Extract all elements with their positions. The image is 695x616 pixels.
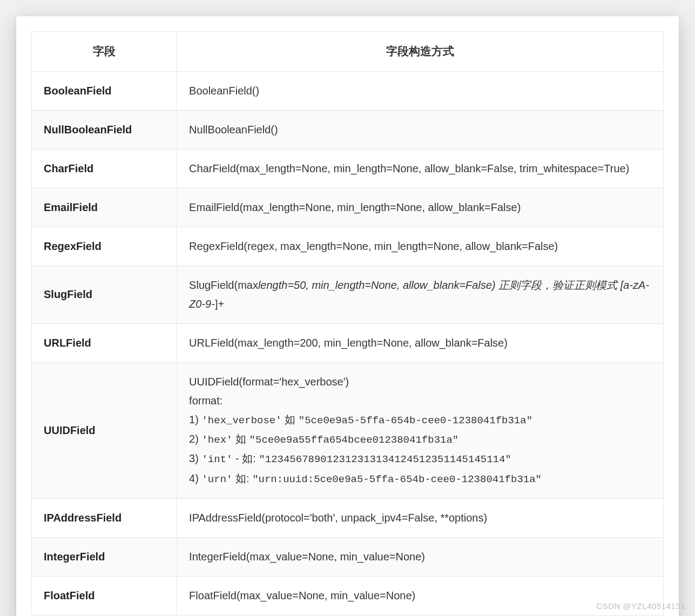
watermark-text: CSDN @YZL40514131	[596, 601, 685, 611]
field-name: NullBooleanField	[32, 110, 177, 149]
uuid-line2: format:	[189, 391, 651, 410]
header-field: 字段	[32, 32, 177, 72]
table-row: IntegerField IntegerField(max_value=None…	[32, 537, 664, 576]
field-name: BooleanField	[32, 71, 177, 110]
uuid-line1: UUIDField(format='hex_verbose')	[189, 373, 651, 391]
field-name: EmailField	[32, 188, 177, 227]
field-name: CharField	[32, 149, 177, 188]
field-ctor: UUIDField(format='hex_verbose') format: …	[177, 362, 664, 498]
uuid-opt: 1) 'hex_verbose' 如 "5ce0e9a5-5ffa-654b-c…	[189, 410, 651, 430]
table-header-row: 字段 字段构造方式	[32, 32, 664, 72]
uuid-opt: 4) 'urn' 如: "urn:uuid:5ce0e9a5-5ffa-654b…	[189, 469, 651, 489]
uuid-opt: 3) 'int' - 如: "1234567890123123131341245…	[189, 449, 651, 469]
field-ctor: IPAddressField(protocol='both', unpack_i…	[177, 498, 664, 537]
field-name: SlugField	[32, 266, 177, 323]
table-row: NullBooleanField NullBooleanField()	[32, 110, 664, 149]
field-ctor: RegexField(regex, max_length=None, min_l…	[177, 227, 664, 266]
slug-prefix: SlugField(max	[189, 279, 258, 291]
field-ctor: URLField(max_length=200, min_length=None…	[177, 323, 664, 362]
field-name: RegexField	[32, 227, 177, 266]
table-row: SlugField SlugField(maxlength=50, min_le…	[32, 266, 664, 323]
slug-suffix: ]+	[215, 298, 224, 310]
table-row: RegexField RegexField(regex, max_length=…	[32, 227, 664, 266]
field-table: 字段 字段构造方式 BooleanField BooleanField() Nu…	[31, 31, 664, 615]
table-row: BooleanField BooleanField()	[32, 71, 664, 110]
field-ctor: CharField(max_length=None, min_length=No…	[177, 149, 664, 188]
field-reference-card: 字段 字段构造方式 BooleanField BooleanField() Nu…	[16, 16, 679, 616]
field-name: IPAddressField	[32, 498, 177, 537]
field-ctor: NullBooleanField()	[177, 110, 664, 149]
slug-italic: length=50, min_length=None, allow_blank=…	[189, 279, 649, 310]
uuid-opt: 2) 'hex' 如 "5ce0e9a55ffa654bcee01238041f…	[189, 430, 651, 449]
table-row: CharField CharField(max_length=None, min…	[32, 149, 664, 188]
table-row: EmailField EmailField(max_length=None, m…	[32, 188, 664, 227]
field-ctor: SlugField(maxlength=50, min_length=None,…	[177, 266, 664, 323]
header-ctor: 字段构造方式	[177, 32, 664, 72]
table-row: FloatField FloatField(max_value=None, mi…	[32, 576, 664, 615]
field-ctor: IntegerField(max_value=None, min_value=N…	[177, 537, 664, 576]
field-name: UUIDField	[32, 362, 177, 498]
field-ctor: BooleanField()	[177, 71, 664, 110]
field-name: URLField	[32, 323, 177, 362]
table-row: URLField URLField(max_length=200, min_le…	[32, 323, 664, 362]
field-ctor: EmailField(max_length=None, min_length=N…	[177, 188, 664, 227]
field-name: IntegerField	[32, 537, 177, 576]
field-ctor: FloatField(max_value=None, min_value=Non…	[177, 576, 664, 615]
field-name: FloatField	[32, 576, 177, 615]
table-row: UUIDField UUIDField(format='hex_verbose'…	[32, 362, 664, 498]
table-row: IPAddressField IPAddressField(protocol='…	[32, 498, 664, 537]
